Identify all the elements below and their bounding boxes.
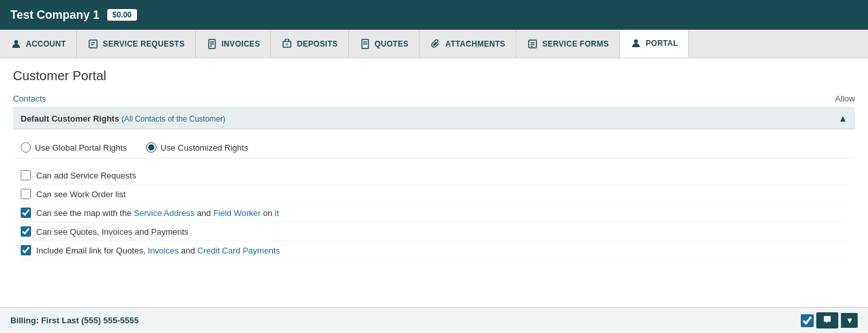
- nav-label-portal: PORTAL: [646, 39, 678, 48]
- balance-badge: $0.00: [107, 9, 137, 21]
- attachments-icon: [430, 38, 441, 50]
- nav-item-deposits[interactable]: DEPOSITS: [271, 30, 348, 58]
- checkbox-quotes-invoices-label: Can see Quotes, Invoices and Payments: [36, 227, 189, 237]
- nav-label-service-forms: SERVICE FORMS: [542, 39, 609, 48]
- section-header-content: Default Customer Rights (All Contacts of…: [21, 114, 226, 124]
- checkbox-map-label: Can see the map with the Service Address…: [36, 208, 279, 218]
- nav-item-account[interactable]: ACCOUNT: [0, 30, 77, 58]
- page-title: Customer Portal: [13, 69, 855, 83]
- message-icon: [823, 315, 832, 326]
- footer-row: Billing: First Last (555) 555-5555 ▼: [0, 307, 868, 330]
- checkbox-add-service[interactable]: [21, 170, 31, 180]
- checkboxes-list: Can add Service Requests Can see Work Or…: [13, 164, 855, 263]
- footer-actions: ▼: [801, 312, 858, 328]
- account-icon: [10, 38, 22, 50]
- credit-card-link: Credit Card Payments: [197, 246, 280, 255]
- billing-info: Billing: First Last (555) 555-5555: [10, 316, 139, 325]
- nav-item-attachments[interactable]: ATTACHMENTS: [419, 30, 516, 58]
- list-item: Include Email link for Quotes, Invoices …: [21, 241, 847, 260]
- allow-label: Allow: [835, 94, 855, 103]
- chevron-down-icon: ▼: [845, 316, 854, 325]
- radio-global-input[interactable]: [21, 142, 31, 153]
- nav-label-quotes: QUOTES: [375, 39, 408, 48]
- nav-label-account: ACCOUNT: [26, 39, 66, 48]
- list-item: Can add Service Requests: [21, 166, 847, 185]
- nav-label-attachments: ATTACHMENTS: [445, 39, 505, 48]
- checkbox-work-order-label: Can see Work Order list: [36, 189, 125, 199]
- nav-bar: ACCOUNT SERVICE REQUESTS INVOICES DEPOSI…: [0, 30, 868, 58]
- checkbox-quotes-invoices[interactable]: [21, 226, 31, 237]
- company-name: Test Company 1: [10, 8, 100, 22]
- main-content: Customer Portal Contacts Allow Default C…: [0, 58, 868, 330]
- invoices-icon: [206, 38, 218, 50]
- list-item: Can see Work Order list: [21, 185, 847, 204]
- deposits-icon: [281, 38, 293, 50]
- section-header: Default Customer Rights (All Contacts of…: [13, 108, 855, 129]
- nav-label-service-requests: SERVICE REQUESTS: [103, 39, 185, 48]
- service-requests-icon: [87, 38, 99, 50]
- quotes-icon: [359, 38, 371, 50]
- header-bar: Test Company 1 $0.00: [0, 0, 868, 30]
- footer-checkbox[interactable]: [801, 314, 814, 327]
- radio-customized-input[interactable]: [146, 142, 156, 153]
- nav-item-service-forms[interactable]: SERVICE FORMS: [516, 30, 620, 58]
- radio-global[interactable]: Use Global Portal Rights: [21, 142, 127, 153]
- nav-item-quotes[interactable]: QUOTES: [349, 30, 419, 58]
- svg-rect-1: [89, 40, 97, 48]
- invoices-link: Invoices: [148, 246, 179, 255]
- list-item: Can see the map with the Service Address…: [21, 204, 847, 222]
- field-worker-link: Field Worker: [213, 208, 260, 218]
- service-forms-icon: [527, 38, 538, 50]
- contacts-row: Contacts Allow: [13, 94, 855, 108]
- checkbox-email-link-label: Include Email link for Quotes, Invoices …: [36, 246, 280, 255]
- contacts-label: Contacts: [13, 94, 46, 103]
- message-button[interactable]: [816, 312, 838, 328]
- checkbox-work-order[interactable]: [21, 189, 31, 199]
- nav-label-deposits: DEPOSITS: [297, 39, 337, 48]
- radio-global-label: Use Global Portal Rights: [35, 143, 127, 153]
- radio-customized[interactable]: Use Customized Rights: [146, 142, 248, 153]
- nav-item-service-requests[interactable]: SERVICE REQUESTS: [77, 30, 196, 58]
- rights-options: Use Global Portal Rights Use Customized …: [13, 132, 855, 158]
- dropdown-button[interactable]: ▼: [841, 313, 858, 328]
- svg-point-17: [634, 39, 638, 43]
- svg-point-0: [14, 40, 18, 44]
- list-item: Can see Quotes, Invoices and Payments: [21, 222, 847, 241]
- radio-customized-label: Use Customized Rights: [160, 143, 248, 153]
- collapse-button[interactable]: ▲: [838, 113, 847, 124]
- checkbox-map[interactable]: [21, 208, 31, 218]
- checkbox-email-link[interactable]: [21, 245, 31, 255]
- checkbox-add-service-label: Can add Service Requests: [36, 171, 136, 180]
- it-link: it: [275, 208, 279, 218]
- section-header-text: Default Customer Rights: [21, 114, 119, 124]
- section-header-sub: (All Contacts of the Customer): [122, 114, 226, 124]
- nav-item-invoices[interactable]: INVOICES: [196, 30, 271, 58]
- nav-label-invoices: INVOICES: [222, 39, 260, 48]
- nav-item-portal[interactable]: PORTAL: [620, 30, 689, 58]
- portal-icon: [630, 38, 642, 49]
- service-address-link: Service Address: [134, 208, 195, 218]
